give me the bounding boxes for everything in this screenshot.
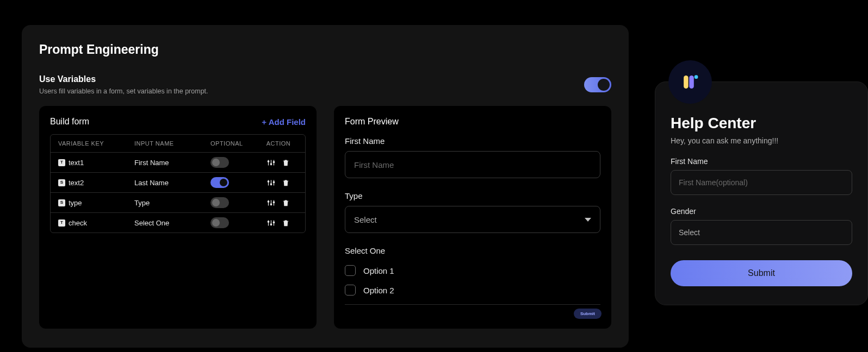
svg-point-22 (270, 223, 272, 225)
optional-toggle[interactable] (210, 217, 229, 228)
input-name: First Name (134, 159, 210, 167)
form-preview-title: Form Preview (345, 117, 600, 127)
svg-point-16 (270, 203, 272, 205)
svg-rect-24 (684, 76, 689, 89)
variable-key: text2 (69, 179, 84, 187)
variables-header-row: Use Variables Users fill variables in a … (39, 74, 611, 95)
build-form-panel: Build form + Add Field VARIABLE KEY INPU… (39, 106, 317, 329)
chevron-down-icon (585, 218, 591, 222)
add-field-button[interactable]: + Add Field (262, 117, 306, 127)
table-row: T check Select One (51, 213, 305, 232)
sliders-icon[interactable] (267, 159, 275, 167)
type-label: Type (345, 191, 600, 200)
form-preview-panel: Form Preview First Name Type Select Sele… (334, 106, 611, 329)
checkbox-option[interactable]: Option 2 (345, 280, 600, 300)
trash-icon[interactable] (282, 199, 290, 207)
variables-description: Users fill variables in a form, set vari… (39, 87, 208, 95)
type-select[interactable]: Select (345, 206, 600, 233)
sliders-icon[interactable] (267, 219, 275, 227)
input-name: Type (134, 199, 210, 207)
help-gender-label: Gender (671, 207, 852, 216)
type-badge: T (58, 219, 65, 227)
table-row: T text1 First Name (51, 153, 305, 173)
toggle-knob (598, 79, 610, 91)
svg-point-26 (695, 75, 698, 79)
help-logo (668, 60, 712, 104)
checkbox[interactable] (345, 285, 356, 296)
type-badge: S (58, 179, 65, 186)
col-input-name: INPUT NAME (134, 140, 210, 147)
logo-icon (681, 73, 699, 91)
svg-point-23 (273, 222, 275, 223)
trash-icon[interactable] (282, 179, 290, 187)
page-title: Prompt Engineering (39, 42, 611, 57)
first-name-input[interactable] (345, 151, 600, 178)
svg-point-21 (268, 221, 269, 222)
help-gender-value: Select (679, 228, 700, 237)
sliders-icon[interactable] (267, 199, 275, 207)
svg-point-5 (273, 161, 275, 163)
variables-table: VARIABLE KEY INPUT NAME OPTIONAL ACTION … (50, 134, 306, 233)
checkbox-option[interactable]: Option 1 (345, 261, 600, 280)
variable-key: text1 (69, 159, 84, 167)
variable-key: type (69, 199, 82, 207)
sliders-icon[interactable] (267, 179, 275, 187)
svg-rect-25 (689, 76, 694, 89)
input-name: Last Name (134, 179, 210, 187)
variable-key: check (69, 219, 87, 227)
variables-text-block: Use Variables Users fill variables in a … (39, 74, 208, 95)
checkbox[interactable] (345, 265, 356, 276)
table-row: S text2 Last Name (51, 173, 305, 193)
trash-icon[interactable] (282, 219, 290, 227)
svg-point-17 (273, 202, 275, 203)
svg-point-9 (268, 180, 269, 182)
build-form-title: Build form (50, 117, 89, 127)
help-title: Help Center (671, 115, 852, 132)
help-first-name-input[interactable] (671, 170, 852, 195)
variables-toggle[interactable] (584, 77, 611, 92)
help-gender-select[interactable]: Select (671, 220, 852, 245)
svg-point-3 (268, 160, 269, 162)
preview-submit-button[interactable]: Submit (574, 309, 602, 319)
type-badge: S (58, 199, 65, 206)
svg-point-4 (270, 163, 272, 165)
option-label: Option 1 (363, 266, 394, 275)
select-one-label: Select One (345, 246, 600, 255)
table-header: VARIABLE KEY INPUT NAME OPTIONAL ACTION (51, 135, 305, 153)
trash-icon[interactable] (282, 159, 290, 167)
help-submit-button[interactable]: Submit (671, 260, 852, 286)
svg-point-10 (270, 183, 272, 185)
help-center-card: Help Center Hey, you can ask me anything… (655, 81, 868, 305)
table-row: S type Type (51, 193, 305, 213)
optional-toggle[interactable] (210, 197, 229, 208)
help-first-name-label: First Name (671, 157, 852, 166)
help-subtitle: Hey, you can ask me anything!!! (671, 136, 852, 145)
optional-toggle[interactable] (210, 157, 229, 168)
option-label: Option 2 (363, 286, 394, 295)
type-badge: T (58, 159, 65, 166)
first-name-label: First Name (345, 136, 600, 146)
svg-point-15 (268, 200, 269, 202)
col-optional: OPTIONAL (210, 140, 249, 147)
divider (345, 304, 600, 305)
col-action: ACTION (249, 140, 306, 147)
svg-point-11 (273, 181, 275, 183)
prompt-engineering-card: Prompt Engineering Use Variables Users f… (22, 25, 629, 348)
variables-heading: Use Variables (39, 74, 208, 84)
optional-toggle[interactable] (210, 177, 229, 188)
col-variable-key: VARIABLE KEY (58, 140, 134, 147)
type-select-value: Select (354, 215, 377, 224)
input-name: Select One (134, 219, 210, 227)
